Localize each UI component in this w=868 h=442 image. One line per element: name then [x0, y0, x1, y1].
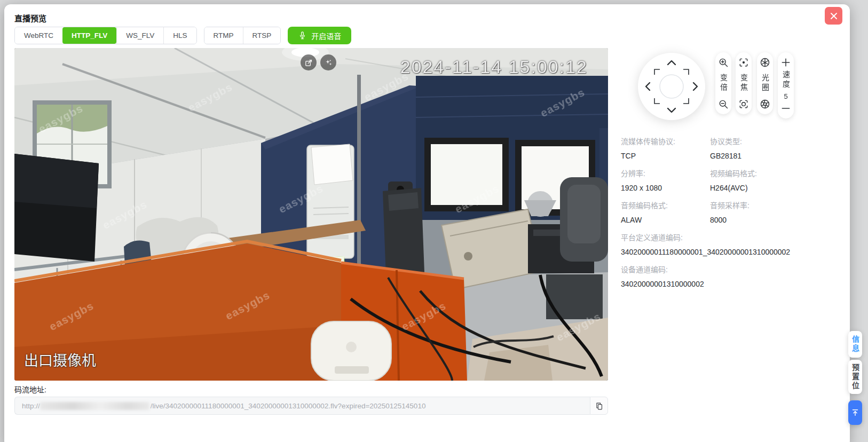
info-value-transport: TCP [621, 152, 710, 160]
zoom-in-icon [718, 57, 729, 68]
info-value-device-channel: 34020000001310000002 [621, 280, 851, 288]
focus-far-button[interactable] [738, 98, 749, 110]
minus-icon [780, 103, 791, 114]
speed-value: 5 [784, 92, 787, 100]
video-player[interactable]: easygbs easygbs easygbs easygbs easygbs … [14, 48, 608, 381]
rtmp-rtsp-group: RTMP RTSP [204, 27, 281, 44]
tab-webrtc[interactable]: WebRTC [15, 27, 62, 44]
zoom-out-icon [718, 99, 729, 109]
tab-hls[interactable]: HLS [163, 27, 196, 44]
side-tab-preset-label: 预置位 [850, 364, 861, 391]
speed-decrease-button[interactable] [780, 102, 792, 114]
enhance-button[interactable] [320, 54, 336, 70]
ptz-center-knob[interactable] [660, 75, 683, 98]
zoom-out-button[interactable] [717, 98, 729, 110]
iris-label: 光圈 [760, 74, 770, 93]
info-label-transport: 流媒体传输协议: [621, 136, 710, 146]
video-timestamp: 2024-11-14 15:00:12 [400, 57, 588, 77]
tab-ws-flv[interactable]: WS_FLV [116, 27, 163, 44]
info-value-protocol: GB28181 [710, 152, 851, 160]
close-icon [830, 12, 838, 20]
speed-label: 速度 [780, 70, 791, 90]
scroll-top-button[interactable] [848, 400, 862, 425]
stream-url-group: http:// /live/34020000011180000001_34020… [14, 397, 608, 415]
iris-open-button[interactable] [759, 57, 771, 68]
protocol-tab-row: WebRTC HTTP_FLV WS_FLV HLS RTMP RTSP 开启语… [14, 27, 351, 44]
info-label-protocol: 协议类型: [710, 136, 851, 146]
live-preview-dialog: 直播预览 WebRTC HTTP_FLV WS_FLV HLS RTMP RTS… [4, 4, 850, 442]
focus-near-button[interactable] [738, 57, 749, 68]
zoom-control: 变倍 [715, 52, 731, 114]
focus-control: 变焦 [736, 52, 752, 114]
iris-open-icon [760, 57, 770, 68]
stream-url-input[interactable]: http:// /live/34020000011180000001_34020… [14, 397, 590, 415]
info-label-audio-rate: 音频采样率: [710, 200, 851, 210]
iris-control: 光圈 [757, 52, 773, 114]
focus-far-icon [738, 99, 749, 109]
speed-control: 速度 5 [778, 52, 794, 119]
scroll-top-icon [850, 408, 860, 417]
zoom-label: 变倍 [718, 74, 729, 93]
plus-icon [780, 57, 791, 68]
snapshot-button[interactable] [301, 54, 317, 70]
info-label-video-codec: 视频编码格式: [710, 168, 851, 178]
info-value-video-codec: H264(AVC) [710, 184, 851, 192]
side-tab-info[interactable]: 信息 [848, 331, 862, 358]
info-value-audio-codec: ALAW [621, 216, 710, 224]
info-label-resolution: 分辨率: [621, 168, 710, 178]
stream-url-path: /live/34020000011180000001_3402000000131… [151, 402, 426, 410]
stream-url-hidden-host [40, 402, 149, 410]
info-label-audio-codec: 音频编码格式: [621, 200, 710, 210]
stream-url-prefix: http:// [22, 402, 40, 410]
start-voice-label: 开启语音 [311, 30, 341, 41]
copy-icon [595, 401, 604, 411]
side-tab-info-label: 信息 [850, 335, 861, 353]
stream-protocol-group: WebRTC HTTP_FLV WS_FLV HLS [14, 27, 197, 44]
stream-url-label: 码流地址: [14, 384, 46, 394]
start-voice-button[interactable]: 开启语音 [288, 27, 351, 44]
video-scene: easygbs easygbs easygbs easygbs easygbs … [14, 48, 608, 381]
iris-close-button[interactable] [759, 98, 771, 110]
sparkles-icon [324, 58, 333, 67]
dialog-title: 直播预览 [14, 12, 46, 23]
iris-close-icon [760, 99, 770, 109]
stream-info-panel: 流媒体传输协议: 协议类型: TCP GB28181 分辨率: 视频编码格式: … [621, 136, 851, 296]
zoom-in-button[interactable] [717, 57, 729, 68]
focus-near-icon [738, 57, 749, 68]
speed-increase-button[interactable] [780, 57, 792, 68]
info-value-platform-channel: 34020000011180000001_3402000000131000000… [621, 248, 851, 256]
copy-url-button[interactable] [590, 397, 608, 415]
ptz-pad[interactable] [637, 52, 706, 121]
info-label-platform-channel: 平台定义通道编码: [621, 232, 851, 242]
camera-name-overlay: 出口摄像机 [24, 349, 96, 370]
info-value-resolution: 1920 x 1080 [621, 184, 710, 192]
tab-http-flv[interactable]: HTTP_FLV [62, 27, 116, 44]
tab-rtmp[interactable]: RTMP [204, 27, 243, 44]
tab-rtsp[interactable]: RTSP [243, 27, 281, 44]
side-tab-preset[interactable]: 预置位 [848, 360, 862, 394]
close-button[interactable] [825, 7, 842, 25]
mic-icon [298, 31, 307, 40]
focus-label: 变焦 [738, 74, 749, 93]
info-value-audio-rate: 8000 [710, 216, 851, 224]
snapshot-icon [304, 58, 313, 67]
info-label-device-channel: 设备通道编码: [621, 264, 851, 274]
